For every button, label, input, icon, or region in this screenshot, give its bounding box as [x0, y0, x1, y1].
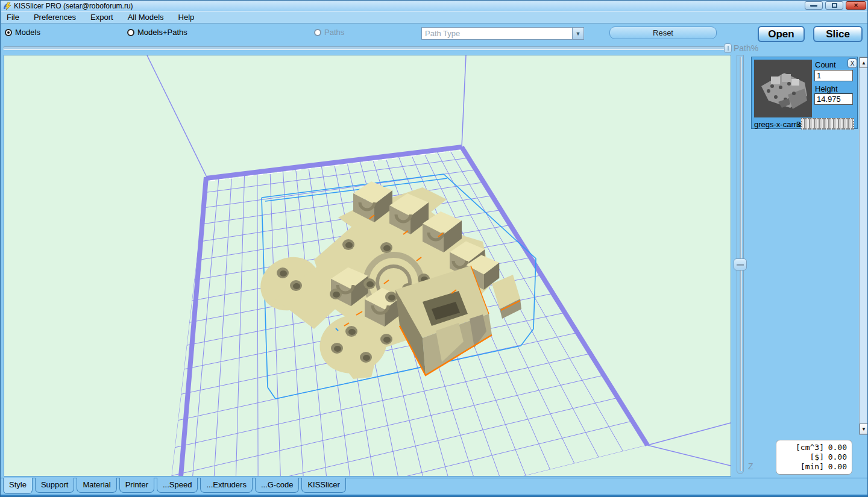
slice-button[interactable]: Slice [813, 26, 863, 42]
stat-row: [min]0.00 [779, 462, 847, 472]
minimize-icon [810, 5, 817, 7]
path-percent-slider-handle[interactable] [724, 43, 732, 53]
menu-file[interactable]: File [7, 13, 19, 22]
radio-models-paths[interactable]: Models+Paths [127, 28, 187, 37]
model-panel: Count X Height gregs-x-carriage 342 ▲ ▼ [750, 55, 868, 441]
path-percent-slider-track[interactable] [3, 46, 725, 50]
settings-tab-bar: StyleSupportMaterialPrinter...Speed...Ex… [1, 478, 868, 495]
height-label: Height [815, 84, 838, 93]
minimize-button[interactable] [805, 1, 823, 10]
viewport-3d[interactable] [4, 55, 731, 477]
scroll-up-icon[interactable]: ▲ [860, 57, 868, 68]
rotate-stepper[interactable] [801, 118, 854, 130]
tab-material[interactable]: Material [77, 478, 116, 493]
radio-icon [314, 29, 321, 36]
scene-canvas [4, 55, 731, 476]
reset-button[interactable]: Reset [609, 27, 717, 39]
path-type-placeholder: Path Type [422, 29, 572, 38]
maximize-button[interactable] [825, 1, 843, 10]
count-label: Count [815, 60, 836, 69]
tab-extruders[interactable]: ...Extruders [200, 478, 252, 493]
tab-printer[interactable]: Printer [119, 478, 154, 493]
close-button[interactable]: ✕ [846, 1, 866, 10]
z-slider-column: Z [732, 55, 750, 477]
path-percent-label: Path% [734, 43, 758, 53]
path-percent-row: Path% [1, 43, 868, 55]
model-card: Count X Height gregs-x-carriage 342 [751, 57, 858, 129]
tab-support[interactable]: Support [35, 478, 75, 493]
radio-models[interactable]: Models [5, 28, 40, 37]
window-bottom-edge [1, 495, 868, 497]
panel-scrollbar[interactable]: ▲ ▼ [859, 57, 868, 435]
tab-kisslicer[interactable]: KISSlicer [301, 478, 345, 493]
path-type-dropdown[interactable]: Path Type ▼ [421, 27, 584, 40]
stat-row: [cm^3]0.00 [779, 443, 847, 452]
radio-icon [5, 29, 12, 36]
menu-export[interactable]: Export [90, 13, 113, 22]
tab-g-code[interactable]: ...G-code [255, 478, 299, 493]
menu-all-models[interactable]: All Models [128, 13, 164, 22]
open-button[interactable]: Open [758, 26, 805, 42]
remove-model-button[interactable]: X [848, 58, 857, 68]
radio-label: Models [15, 28, 40, 37]
height-input[interactable] [814, 93, 853, 105]
menu-help[interactable]: Help [178, 13, 195, 22]
radio-paths: Paths [314, 28, 344, 37]
z-axis-label: Z [748, 461, 753, 471]
window-title: KISSlicer PRO (setar@roboforum.ru) [14, 2, 133, 10]
kisslicer-window: KISSlicer PRO (setar@roboforum.ru) ✕ Fil… [0, 0, 868, 497]
close-icon: ✕ [854, 2, 858, 8]
tab-speed[interactable]: ...Speed [157, 478, 198, 493]
maximize-icon [832, 3, 837, 8]
menu-bar: FilePreferencesExportAll ModelsHelp [1, 11, 867, 23]
count-input[interactable] [814, 70, 853, 81]
estimate-stats-box: [cm^3]0.00[$]0.00[min]0.00 [776, 440, 852, 475]
title-bar[interactable]: KISSlicer PRO (setar@roboforum.ru) ✕ [1, 1, 868, 11]
radio-icon [127, 29, 134, 36]
toolbar: ModelsModels+PathsPaths Path Type ▼ Rese… [1, 24, 868, 43]
radio-label: Models+Paths [137, 28, 187, 37]
radio-label: Paths [324, 28, 344, 37]
app-icon [3, 2, 11, 10]
scroll-down-icon[interactable]: ▼ [860, 424, 868, 434]
tab-style[interactable]: Style [3, 478, 33, 494]
z-slider-handle[interactable] [734, 258, 747, 270]
model-thumbnail[interactable] [754, 60, 812, 117]
menu-preferences[interactable]: Preferences [34, 13, 76, 22]
chevron-down-icon[interactable]: ▼ [572, 28, 583, 39]
stat-row: [$]0.00 [779, 452, 847, 462]
